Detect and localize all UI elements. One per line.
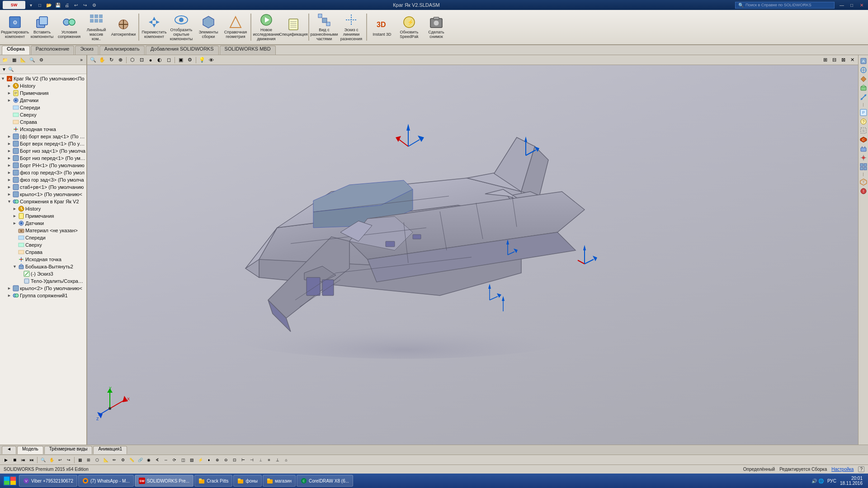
tree-item-wing1[interactable]: ► крыло<1> (По умолчанию< (0, 191, 86, 198)
bottom-btn-26[interactable]: ⊖ (222, 456, 230, 464)
view-pan[interactable]: ✋ (98, 56, 106, 64)
statusbar-help[interactable]: ? (858, 466, 864, 472)
tree-item-front[interactable]: Спереди (0, 104, 86, 111)
move-component-button[interactable]: Переместить компонент (141, 12, 167, 42)
right-icon-11[interactable] (859, 154, 868, 162)
bottom-btn-31[interactable]: ≡ (265, 456, 273, 464)
tree-item-history2[interactable]: ► History (0, 205, 86, 212)
right-icon-7[interactable]: ? (859, 117, 868, 126)
bottom-btn-4[interactable]: ⏭ (28, 456, 36, 464)
tree-item-sketch1[interactable]: (-) Эскиз3 (0, 270, 86, 277)
view-rotate[interactable]: ↻ (107, 56, 115, 64)
bottom-btn-11[interactable]: ⬡ (93, 456, 101, 464)
tree-item-material2[interactable]: M Материал <не указан> (0, 227, 86, 234)
panel-icon-1[interactable]: 📁 (1, 56, 9, 64)
tree-item-sensors2[interactable]: ► Датчики (0, 220, 86, 227)
right-icon-2[interactable] (859, 66, 868, 74)
tree-item-stab-rs1[interactable]: ► стаб+рв<1> (По умолчанию (0, 183, 86, 191)
view-section-view[interactable]: ▣ (177, 56, 185, 64)
bottom-btn-6[interactable]: ✋ (47, 456, 56, 464)
bottom-btn-5[interactable]: 🔍 (39, 456, 47, 464)
taskbar-explorer2[interactable]: фоны (233, 475, 262, 487)
view-window-control-3[interactable]: ⊠ (839, 56, 847, 64)
view-display-settings[interactable]: ⚙ (186, 56, 194, 64)
bottom-btn-19[interactable]: ↔ (162, 456, 170, 464)
instant3d-button[interactable]: 3D Instant 3D (369, 12, 395, 42)
view-window-close[interactable]: ✕ (848, 56, 856, 64)
bottom-btn-9[interactable]: ▦ (76, 456, 84, 464)
panel-icon-3[interactable]: 📐 (19, 56, 27, 64)
tree-item-top[interactable]: Сверху (0, 111, 86, 118)
view-shaded-edges[interactable]: ◐ (156, 56, 164, 64)
bottom-btn-20[interactable]: ⟳ (170, 456, 179, 464)
panel-expand[interactable]: » (77, 56, 85, 64)
close-button[interactable]: ✕ (858, 1, 865, 9)
bottom-btn-7[interactable]: ↩ (56, 456, 64, 464)
options-icon[interactable]: ⚙ (90, 1, 98, 9)
tree-item-sensors[interactable]: ► Датчики (0, 97, 86, 104)
bottom-btn-33[interactable]: ⌂ (282, 456, 290, 464)
explode-lines-button[interactable]: Эскиз с линиями разнесения (338, 12, 364, 42)
bottom-btn-2[interactable]: ⏹ (10, 456, 19, 464)
view-window-control-1[interactable]: ⊞ (821, 56, 829, 64)
right-icon-13[interactable]: T (859, 178, 868, 186)
tab-analyze[interactable]: Анализировать (99, 46, 145, 55)
assembly-features-button[interactable]: Элементы сборки (195, 12, 222, 42)
tree-item-top2[interactable]: Сверху (0, 241, 86, 249)
right-icon-8[interactable]: S (859, 127, 868, 135)
bottom-tab-animation[interactable]: Анимация1 (93, 446, 127, 454)
right-icon-9[interactable]: C (859, 136, 868, 144)
insert-components-button[interactable]: Вставить компоненты (29, 12, 55, 42)
new-motion-button[interactable]: Новое исследование движения (253, 12, 279, 42)
tree-item-history[interactable]: ► History (0, 82, 86, 89)
view-shaded[interactable]: ● (146, 56, 155, 64)
feature-tree[interactable]: ▼ A Краг Як V2 (По умолчанию<По ► Histor… (0, 74, 86, 445)
taskbar-explorer1[interactable]: Crack Pitts (194, 475, 232, 487)
bottom-btn-15[interactable]: 📏 (127, 456, 136, 464)
open-icon[interactable]: 📂 (45, 1, 52, 9)
linear-pattern-button[interactable]: Линейный массив ком.. (83, 12, 109, 42)
tree-item-fuz-gp3[interactable]: ► фюз гор перед<3> (По умол (0, 169, 86, 176)
tree-item-notes2[interactable]: ► Примечания (0, 212, 86, 220)
tree-item-right[interactable]: Справа (0, 118, 86, 126)
tree-item-bort-ph1[interactable]: ► Борт РН<1> (По умолчанию (0, 162, 86, 169)
mates-button[interactable]: Условия сопряжения (56, 12, 82, 42)
panel-icon-5[interactable]: ⚙ (37, 56, 45, 64)
tab-solidworks-mbd[interactable]: SOLIDWORKS MBD (220, 46, 276, 55)
menu-icon[interactable]: ▾ (27, 1, 34, 9)
hide-components-button[interactable]: Отобразить скрытые компоненты (168, 12, 194, 42)
bottom-btn-18[interactable]: ∢ (153, 456, 161, 464)
bottom-btn-23[interactable]: ⚡ (196, 456, 204, 464)
tree-item-mates-group2[interactable]: ► Группа сопряжений1 (0, 292, 86, 299)
print-icon[interactable]: 🖨 (63, 1, 71, 9)
tree-item-origin2[interactable]: Исходная точка (0, 256, 86, 263)
tree-item-notes[interactable]: ► Примечания (0, 89, 86, 97)
bottom-btn-24[interactable]: ♦ (205, 456, 213, 464)
bottom-btn-17[interactable]: ◉ (145, 456, 153, 464)
bottom-btn-1[interactable]: ▶ (2, 456, 10, 464)
bottom-btn-30[interactable]: ⟂ (256, 456, 264, 464)
bottom-btn-29[interactable]: ⊣ (248, 456, 256, 464)
bottom-btn-14[interactable]: ⚙ (119, 456, 127, 464)
tree-item-body1[interactable]: Тело-Удалить/Сохранить (0, 277, 86, 285)
tree-item-fuz-gor3[interactable]: ► фюз гор зад<3> (По умолча (0, 176, 86, 183)
help-search[interactable]: 🔍 Поиск в Справке по SOLIDWORKS (735, 2, 835, 9)
bottom-btn-22[interactable]: ▧ (188, 456, 196, 464)
view-lighting[interactable]: 💡 (198, 56, 206, 64)
tree-item-front2[interactable]: Спереди (0, 234, 86, 241)
start-button[interactable] (2, 474, 18, 487)
tree-item-root[interactable]: ▼ A Краг Як V2 (По умолчанию<По (0, 75, 86, 82)
tab-assembly[interactable]: Сборка (2, 46, 30, 55)
undo-icon[interactable]: ↩ (72, 1, 80, 9)
bottom-btn-8[interactable]: ↪ (65, 456, 73, 464)
tree-item-right2[interactable]: Справа (0, 249, 86, 256)
bottom-btn-25[interactable]: ⊕ (213, 456, 222, 464)
taskbar-firefox[interactable]: (7) WhatsApp - M... (78, 475, 134, 487)
right-icon-4[interactable] (859, 84, 868, 92)
bottom-btn-10[interactable]: ⊞ (85, 456, 93, 464)
tree-item-boss1[interactable]: ▼ Бобышка-Вытянуть2 (0, 263, 86, 270)
statusbar-settings[interactable]: Настройка (831, 467, 854, 472)
autocrews-button[interactable]: Автокрепёжи (110, 12, 137, 42)
panel-icon-2[interactable]: ▦ (10, 56, 18, 64)
right-icon-6[interactable]: P (859, 108, 868, 117)
